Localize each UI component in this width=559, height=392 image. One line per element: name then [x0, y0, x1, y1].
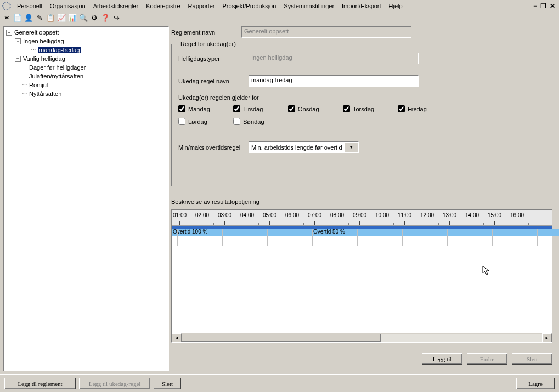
- endre-button[interactable]: Endre: [467, 353, 507, 365]
- tree-item[interactable]: ⋯Nyttårsaften: [15, 89, 167, 98]
- menu-koderegistre[interactable]: Koderegistre: [142, 1, 184, 11]
- menu-organisasjon[interactable]: Organisasjon: [46, 1, 89, 11]
- tb-icon-4[interactable]: 📋: [46, 13, 55, 22]
- reglement-navn-label: Reglement navn: [171, 29, 241, 36]
- minimize-icon[interactable]: −: [532, 2, 539, 10]
- minmaks-combo[interactable]: Min. arbeidstids lengde før overtid ▼: [249, 141, 359, 153]
- scroll-thumb[interactable]: [182, 334, 381, 342]
- tb-icon-3[interactable]: ✎: [35, 13, 44, 22]
- tree-root[interactable]: −Generelt oppsett -Ingen helligdag ⋯mand…: [6, 28, 167, 98]
- menu-prosjekt[interactable]: Prosjekt/Produksjon: [219, 1, 280, 11]
- menu-arbeidstidsregler[interactable]: Arbeidstidsregler: [89, 1, 143, 11]
- menu-systeminnstillinger[interactable]: Systeminnstillinger: [280, 1, 338, 11]
- tree-item[interactable]: -Ingen helligdag ⋯mandag-fredag: [15, 37, 167, 54]
- day-checkbox-torsdag[interactable]: Torsdag: [343, 105, 398, 112]
- scroll-right-icon[interactable]: ►: [542, 333, 552, 342]
- legg-til-reglement-button[interactable]: Legg til reglement: [4, 378, 76, 389]
- tb-icon-1[interactable]: 📄: [13, 13, 22, 22]
- menu-import-eksport[interactable]: Import/Eksport: [338, 1, 385, 11]
- ukedag-navn-input[interactable]: mandag-fredag: [249, 75, 419, 87]
- days-group: MandagTirsdagOnsdagTorsdagFredagLørdagSø…: [178, 105, 546, 125]
- day-checkbox-søndag[interactable]: Søndag: [233, 118, 288, 125]
- ukedag-navn-label: Ukedag-regel navn: [178, 78, 249, 84]
- restore-icon[interactable]: ❐: [539, 2, 548, 10]
- form-panel: Reglement navn Generelt oppsett Regel fo…: [171, 26, 556, 371]
- timeline-row[interactable]: Overtid 100 %Overtid 50 %: [172, 229, 552, 237]
- collapse-icon[interactable]: -: [15, 38, 21, 44]
- expand-icon[interactable]: +: [15, 56, 21, 62]
- close-icon[interactable]: ✕: [548, 2, 557, 10]
- day-checkbox-tirsdag[interactable]: Tirsdag: [233, 105, 288, 112]
- menu-rapporter[interactable]: Rapporter: [184, 1, 219, 11]
- ukedag-gjelder-label: Ukedag(er) regelen gjelder for: [178, 94, 546, 101]
- tree-item-selected[interactable]: ⋯mandag-fredag: [24, 46, 167, 54]
- menu-hjelp[interactable]: Hjelp: [385, 1, 406, 11]
- legg-til-button[interactable]: Legg til: [422, 353, 462, 365]
- tree-item[interactable]: ⋯Dager før helligdager: [15, 63, 167, 72]
- chevron-down-icon[interactable]: ▼: [345, 142, 358, 152]
- tb-icon-2[interactable]: 👤: [24, 13, 33, 22]
- tree-item[interactable]: ⋯Romjul: [15, 81, 167, 89]
- timeline: 01:0002:0003:0004:0005:0006:0007:0008:00…: [171, 209, 552, 343]
- day-checkbox-lørdag[interactable]: Lørdag: [178, 118, 233, 125]
- reglement-navn-value: Generelt oppsett: [241, 26, 411, 38]
- menubar: Personell Organisasjon Arbeidstidsregler…: [0, 0, 559, 12]
- fieldset-legend: Regel for ukedag(er): [178, 41, 238, 47]
- tree-panel: −Generelt oppsett -Ingen helligdag ⋯mand…: [3, 26, 169, 371]
- h-scrollbar[interactable]: ◄ ►: [172, 333, 552, 342]
- minmaks-label: Min/maks overtidsregel: [178, 144, 249, 151]
- tb-icon-6[interactable]: 📊: [68, 13, 77, 22]
- scroll-left-icon[interactable]: ◄: [172, 333, 182, 342]
- tb-icon-0[interactable]: ✶: [2, 13, 11, 22]
- day-checkbox-mandag[interactable]: Mandag: [178, 105, 233, 112]
- tb-icon-5[interactable]: 📈: [57, 13, 66, 22]
- timeline-row-empty: [172, 237, 552, 246]
- tb-icon-7[interactable]: 🔍: [79, 13, 88, 22]
- slett-bottom-button[interactable]: Slett: [154, 378, 181, 389]
- tb-icon-8[interactable]: ⚙: [90, 13, 99, 22]
- menu-personell[interactable]: Personell: [13, 1, 46, 11]
- toolbar: ✶ 📄 👤 ✎ 📋 📈 📊 🔍 ⚙ ❓ ↪: [0, 12, 559, 24]
- bottom-bar: Legg til reglement Legg til ukedag-regel…: [0, 374, 559, 392]
- tb-icon-9[interactable]: ❓: [101, 13, 110, 22]
- collapse-icon[interactable]: −: [6, 30, 12, 36]
- regel-fieldset: Regel for ukedag(er) Helligdagstyper Ing…: [171, 41, 552, 186]
- helligdag-label: Helligdagstyper: [178, 55, 249, 62]
- day-checkbox-fredag[interactable]: Fredag: [398, 105, 453, 112]
- tb-icon-10[interactable]: ↪: [112, 13, 121, 22]
- lagre-button[interactable]: Lagre: [516, 378, 555, 389]
- tree-item[interactable]: +Vanlig helligdag: [15, 54, 167, 63]
- app-icon: [2, 2, 11, 10]
- day-checkbox-onsdag[interactable]: Onsdag: [288, 105, 343, 112]
- timeline-header: 01:0002:0003:0004:0005:0006:0007:0008:00…: [172, 210, 552, 226]
- slett-button[interactable]: Slett: [512, 353, 552, 365]
- beskrivelse-label: Beskrivelse av resultatopptjening: [171, 198, 259, 205]
- tree-item[interactable]: ⋯Julaften/nyttårsaften: [15, 72, 167, 81]
- helligdag-value: Ingen helligdag: [249, 53, 419, 64]
- legg-til-ukedag-button[interactable]: Legg til ukedag-regel: [79, 378, 150, 389]
